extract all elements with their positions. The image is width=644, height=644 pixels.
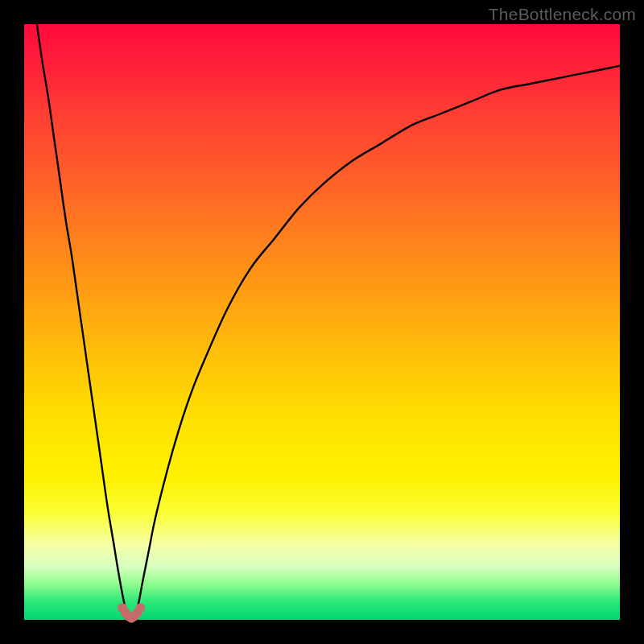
min-marker-cluster (118, 603, 145, 623)
curve-layer (24, 24, 620, 620)
plot-area (24, 24, 620, 620)
chart-frame: TheBottleneck.com (0, 0, 644, 644)
bottleneck-curve (24, 0, 620, 620)
min-marker-dot (135, 603, 145, 613)
watermark-text: TheBottleneck.com (489, 5, 636, 24)
